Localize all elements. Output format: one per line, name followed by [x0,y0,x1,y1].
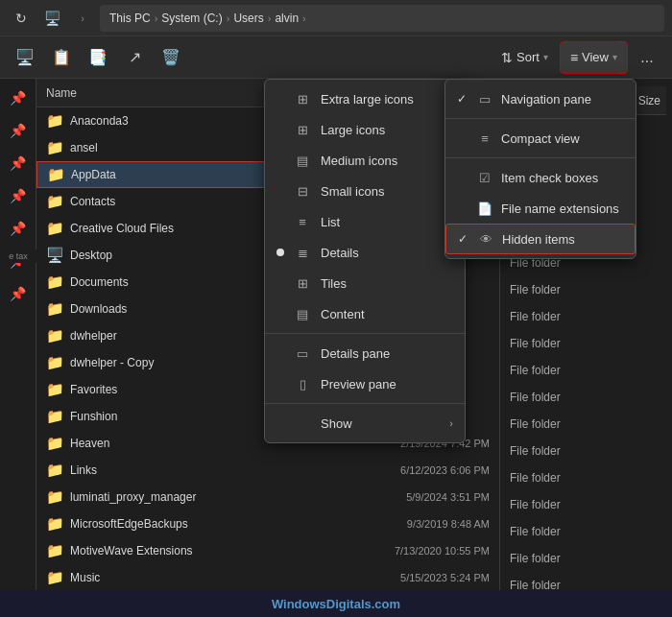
file-folder-icon: 📁 [46,354,64,371]
table-row[interactable]: 📁 MotiveWave Extensions 7/13/2020 10:55 … [36,537,499,564]
submenu-compact-view[interactable]: ✓ ≡ Compact view [445,123,636,154]
file-folder-icon: 📁 [46,273,64,291]
view-option-small[interactable]: ⊟ Small icons [265,176,465,206]
content-icon: ▤ [294,305,311,322]
file-date: 7/13/2020 10:55 PM [395,545,490,557]
sidebar-item-5[interactable]: 📌 [3,213,34,244]
view-option-extra-large[interactable]: ⊞ Extra large icons [265,83,465,114]
content-label: Content [321,307,365,321]
submenu-hidden-items[interactable]: ✓ 👁 Hidden items [445,224,636,254]
toolbar-icon5[interactable]: 🗑️ [154,41,188,74]
file-folder-icon: 📁 [46,435,64,452]
preview-pane-label: Preview pane [321,377,396,392]
sort-button[interactable]: ⇅ Sort ▾ [492,41,558,74]
large-icons-label: Large icons [321,123,385,137]
breadcrumb[interactable]: This PC › System (C:) › Users › alvin › [100,5,664,32]
table-row[interactable]: 📁 Links 6/12/2023 6:06 PM [36,457,499,484]
extra-large-label: Extra large icons [321,92,414,107]
preview-pane-option[interactable]: ▯ Preview pane [265,368,465,399]
item-type: File folder [510,444,662,458]
breadcrumb-drive[interactable]: System (C:) [161,12,222,25]
file-folder-icon: 📁 [46,542,64,559]
file-folder-icon: 📁 [46,569,64,586]
breadcrumb-user[interactable]: alvin [275,12,299,25]
dropdown-sep1 [265,333,465,334]
sidebar: 📌 📌 📌 📌 📌 📌 📌 e tax [0,79,36,617]
file-folder-icon: 📁 [46,327,64,344]
file-folder-icon: 📁 [46,112,64,130]
breadcrumb-thispc[interactable]: This PC [109,12,151,25]
show-label: Show [321,416,352,431]
right-pane-row: File folder [506,330,666,357]
toolbar-icon1[interactable]: 🖥️ [8,41,42,74]
toolbar: 🖥️ 📋 📑 ↗ 🗑️ ⇅ Sort ▾ ≡ View ▾ ... [0,36,672,79]
file-date: 5/9/2024 3:51 PM [406,491,490,503]
submenu-nav-pane[interactable]: ✓ ▭ Navigation pane [445,83,636,114]
extra-tax-label: e tax [0,249,36,263]
file-folder-icon: 📁 [46,193,64,210]
refresh-button[interactable]: ↻ [8,5,35,32]
view-option-details[interactable]: ≣ Details [265,237,465,268]
watermark-text: WindowsDigitals.com [272,597,400,611]
toolbar-icon2[interactable]: 📋 [44,41,79,74]
file-name-label: Links [70,463,395,477]
nav-pane-check: ✓ [455,92,468,106]
sort-chevron: ▾ [543,52,548,62]
toolbar-icon3[interactable]: 📑 [81,41,115,74]
right-pane-row: File folder [506,411,666,438]
file-date: 6/12/2023 6:06 PM [400,464,490,476]
more-label: ... [640,49,653,66]
more-button[interactable]: ... [630,41,664,74]
show-option[interactable]: Show › [265,408,465,439]
preview-pane-icon: ▯ [294,375,311,392]
right-pane-row: File folder [506,438,666,464]
sidebar-item-4[interactable]: 📌 [3,180,34,211]
details-pane-label: Details pane [321,346,390,361]
sidebar-item-7[interactable]: 📌 [3,278,34,309]
view-option-medium[interactable]: ▤ Medium icons [265,145,465,176]
medium-icons-label: Medium icons [321,154,397,168]
file-folder-icon: 📁 [46,220,64,237]
item-type: File folder [510,525,662,538]
view-option-tiles[interactable]: ⊞ Tiles [265,268,465,298]
item-type: File folder [510,391,662,404]
details-check [276,249,284,256]
right-pane-row: File folder [506,545,666,572]
view-dropdown: ⊞ Extra large icons ⊞ Large icons ▤ Medi… [264,79,466,443]
file-folder-icon: 🖥️ [46,247,64,264]
details-label: Details [321,246,359,260]
hidden-icon: 👁 [477,230,494,248]
breadcrumb-sep1: › [69,5,96,32]
item-check-icon: ☑ [476,169,493,186]
breadcrumb-users[interactable]: Users [233,12,263,25]
details-pane-option[interactable]: ▭ Details pane [265,338,465,368]
file-date: 9/3/2019 8:48 AM [407,518,490,530]
view-option-list[interactable]: ≡ List [265,206,465,237]
view-option-content[interactable]: ▤ Content [265,298,465,329]
item-type: File folder [510,498,662,511]
table-row[interactable]: 📁 luminati_proxy_manager 5/9/2024 3:51 P… [36,484,499,510]
item-type: File folder [510,552,662,565]
details-pane-icon: ▭ [294,344,311,362]
item-check-check: ✓ [455,171,468,184]
table-row[interactable]: 📁 Music 5/15/2023 5:24 PM [36,564,499,591]
sidebar-item-2[interactable]: 📌 [3,115,34,146]
view-chevron: ▾ [612,52,617,62]
view-button[interactable]: ≡ View ▾ [560,41,628,74]
address-bar: ↻ 🖥️ › This PC › System (C:) › Users › a… [0,0,672,36]
sidebar-item-1[interactable]: 📌 [3,83,34,113]
sidebar-item-3[interactable]: 📌 [3,148,34,178]
submenu-file-ext[interactable]: ✓ 📄 File name extensions [445,193,636,224]
large-icons-icon: ⊞ [294,121,311,138]
nav-pane-icon: ▭ [476,90,493,107]
file-name-label: luminati_proxy_manager [70,490,400,504]
submenu-item-checkboxes[interactable]: ✓ ☑ Item check boxes [445,162,636,193]
right-pane-row: File folder [506,276,666,303]
small-icons-icon: ⊟ [294,182,311,200]
list-label: List [321,215,340,229]
table-row[interactable]: 📁 MicrosoftEdgeBackups 9/3/2019 8:48 AM [36,510,499,537]
details-icon: ≣ [294,244,311,261]
file-date: 5/15/2023 5:24 PM [400,572,490,583]
view-option-large[interactable]: ⊞ Large icons [265,114,465,145]
toolbar-icon4[interactable]: ↗ [117,41,152,74]
